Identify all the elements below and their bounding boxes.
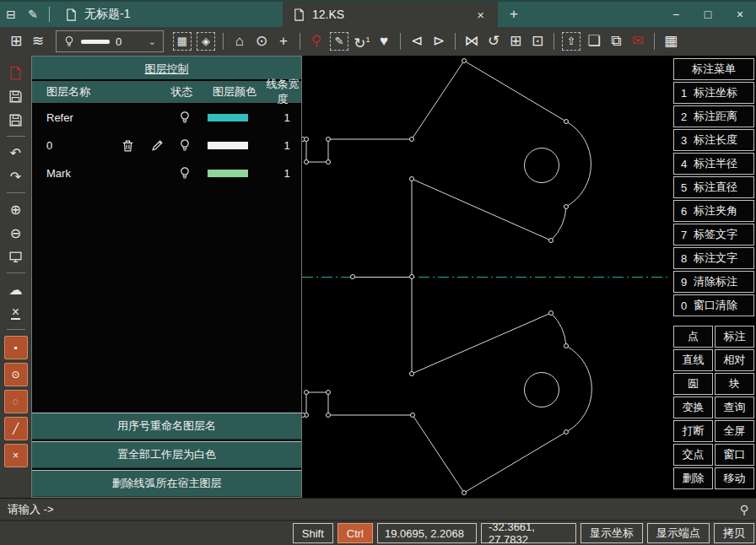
save-all-icon[interactable]: ⧉ (605, 30, 627, 52)
export-icon[interactable]: ⇧ (562, 32, 580, 51)
ellipse-icon[interactable]: ⊙ (251, 30, 273, 52)
layers-icon[interactable]: ≋ (27, 30, 49, 52)
command-button-窗口[interactable]: 窗口 (715, 444, 754, 466)
plumb-icon[interactable]: ⚲ (305, 30, 327, 52)
relative-coordinates-field[interactable]: -32.3661, 27.7832 (481, 523, 576, 543)
zoom-out-icon[interactable]: ⊖ (10, 221, 21, 245)
maximize-button[interactable]: □ (692, 8, 724, 21)
rotate-view-icon[interactable]: ↺ (483, 30, 505, 52)
flag-forward-icon[interactable]: ⊳ (428, 30, 450, 52)
command-button-相对[interactable]: 相对 (715, 349, 754, 371)
flag-back-icon[interactable]: ⊲ (406, 30, 428, 52)
vertex-dot (564, 205, 569, 209)
layer-footer-button-2[interactable]: 删除线弧所在宿主图层 (32, 470, 301, 497)
zoom-in-icon[interactable]: ⊕ (10, 197, 21, 221)
snap-intersection-button[interactable]: × (4, 444, 28, 467)
layer-color-swatch[interactable] (208, 114, 248, 121)
menu-item-标签文字[interactable]: 7标签文字 (673, 224, 754, 246)
copy-button[interactable]: 拷贝 (714, 523, 754, 543)
mirror-icon[interactable]: ⋈ (461, 30, 483, 52)
snap-quadrant-button[interactable]: ◌ (4, 390, 28, 413)
menu-item-label: 标注距离 (694, 109, 737, 124)
show-coordinates-button[interactable]: 显示坐标 (580, 523, 643, 543)
command-button-点[interactable]: 点 (673, 326, 713, 348)
new-file-icon[interactable] (8, 61, 23, 84)
menu-item-标注夹角[interactable]: 6标注夹角 (673, 200, 754, 222)
layer-footer-button-0[interactable]: 用序号重命名图层名 (32, 413, 301, 440)
tab-12ks[interactable]: 12.KS × (283, 2, 498, 27)
redo-icon[interactable]: ↷ (10, 165, 21, 188)
command-button-打断[interactable]: 打断 (673, 420, 713, 442)
command-button-直线[interactable]: 直线 (673, 349, 713, 371)
mail-icon[interactable]: ✉ (627, 30, 649, 52)
broken-heart-icon[interactable]: ♥ (373, 30, 395, 52)
layer-color-swatch[interactable] (208, 170, 248, 177)
new-tab-button[interactable]: + (510, 6, 518, 23)
snap-node-button[interactable]: ▪ (4, 336, 28, 359)
tab-untitled[interactable]: 无标题-1 (55, 2, 283, 27)
fit-view-icon[interactable] (8, 245, 23, 268)
undo-icon[interactable]: ↶ (10, 141, 21, 165)
cursor-coordinates-field[interactable]: 19.0695, 2.2068 (377, 523, 477, 543)
command-button-查询[interactable]: 查询 (715, 397, 754, 418)
save-icon[interactable] (8, 108, 23, 132)
calculator-icon[interactable]: ▦ (660, 30, 682, 52)
save-as-icon[interactable] (8, 84, 23, 108)
eraser-icon[interactable]: ◈ (197, 32, 215, 51)
layer-visibility-bulb-icon[interactable] (178, 138, 192, 152)
menu-item-标注坐标[interactable]: 1标注坐标 (673, 82, 754, 104)
grid-snap-icon[interactable]: ▦ (173, 32, 192, 51)
pen-tool-icon[interactable]: ✎ (22, 8, 44, 21)
layout-icon[interactable]: ⊡ (526, 30, 548, 52)
command-button-删除[interactable]: 删除 (673, 467, 713, 489)
line-width-dropdown[interactable]: 0⌄ (56, 30, 164, 52)
command-button-全屏[interactable]: 全屏 (715, 420, 754, 442)
command-button-变换[interactable]: 变换 (673, 397, 713, 418)
menu-item-number: 6 (678, 205, 689, 218)
menu-item-标注文字[interactable]: 8标注文字 (673, 247, 754, 269)
menu-item-窗口清除[interactable]: 0窗口清除 (673, 294, 754, 316)
close-button[interactable]: × (724, 8, 756, 21)
layer-name: 0 (46, 139, 52, 152)
show-endpoints-button[interactable]: 显示端点 (647, 523, 710, 543)
tab-close-icon[interactable]: × (473, 8, 488, 22)
crosshair-icon[interactable]: + (273, 30, 294, 52)
polygon-icon[interactable]: ⌂ (229, 30, 251, 52)
close-underline-icon[interactable]: × (11, 301, 20, 325)
layer-visibility-bulb-icon[interactable] (178, 166, 192, 180)
command-button-交点[interactable]: 交点 (673, 444, 713, 466)
shift-button[interactable]: Shift (293, 523, 333, 543)
layer-color-swatch[interactable] (208, 142, 248, 149)
menu-item-标注长度[interactable]: 3标注长度 (673, 129, 754, 151)
new-window-icon[interactable]: ⊞ (5, 30, 27, 52)
command-button-移动[interactable]: 移动 (715, 467, 754, 489)
snap-center-button[interactable]: ⊙ (4, 363, 28, 386)
drawing-canvas[interactable] (302, 56, 671, 498)
edit-frame-icon[interactable]: ✎ (330, 32, 348, 51)
minimize-button[interactable]: − (660, 8, 692, 21)
snap-midpoint-button[interactable]: ╱ (4, 417, 28, 440)
menu-item-清除标注[interactable]: 9清除标注 (673, 271, 754, 293)
command-button-标注[interactable]: 标注 (715, 326, 754, 348)
pencil-icon[interactable] (150, 138, 165, 153)
menu-item-标注距离[interactable]: 2标注距离 (673, 105, 754, 127)
layer-row[interactable]: Mark1 (32, 159, 301, 187)
layer-row[interactable]: Refer1 (32, 104, 301, 132)
menu-item-标注半径[interactable]: 4标注半径 (673, 153, 754, 175)
command-line[interactable]: 请输入 -> ⚲ (0, 498, 756, 520)
layer-footer-button-1[interactable]: 置全部工作层为白色 (32, 441, 301, 468)
menu-item-label: 标注长度 (694, 132, 737, 148)
main-menu-icon[interactable]: ⊟ (0, 8, 22, 21)
grid-2x2-icon[interactable]: ⊞ (505, 30, 526, 52)
layer-visibility-bulb-icon[interactable] (178, 111, 192, 124)
ctrl-button[interactable]: Ctrl (338, 523, 373, 543)
stamp-icon[interactable]: ☁ (9, 278, 23, 301)
trash-icon[interactable] (121, 138, 135, 153)
menu-item-标注直径[interactable]: 5标注直径 (673, 176, 754, 198)
comment-icon[interactable]: ❏ (583, 30, 605, 52)
command-button-块[interactable]: 块 (715, 373, 754, 395)
layer-row[interactable]: 01 (32, 132, 301, 159)
rotate-once-icon[interactable]: ↻1 (351, 29, 373, 55)
pin-icon[interactable]: ⚲ (740, 503, 748, 516)
command-button-圆[interactable]: 圆 (673, 373, 713, 395)
